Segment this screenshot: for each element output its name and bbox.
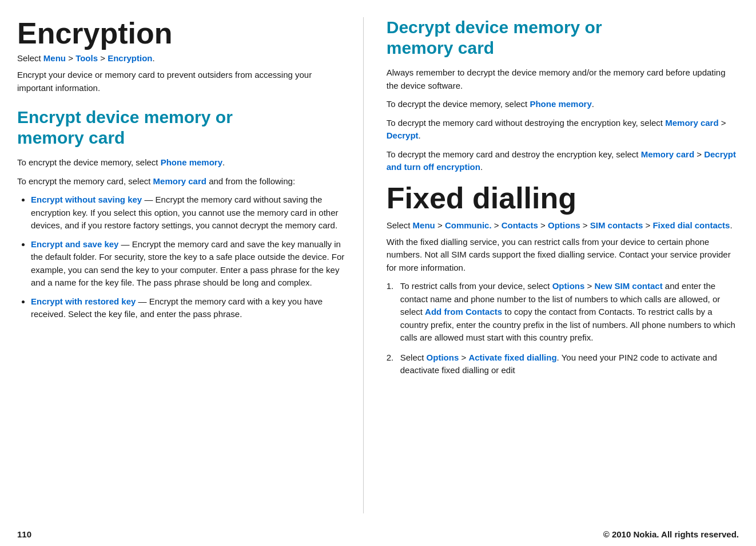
decrypt-para3: To decrypt the memory card without destr… <box>387 117 739 143</box>
decrypt-para4: To decrypt the memory card and destroy t… <box>387 148 739 174</box>
breadcrumb-end: . <box>152 53 154 63</box>
bc2-fixed[interactable]: Fixed dial contacts <box>652 220 730 230</box>
options-link2[interactable]: Options <box>427 353 459 362</box>
para1: To encrypt the device memory, select Pho… <box>17 156 346 169</box>
intro-text: Encrypt your device or memory card to pr… <box>17 69 346 94</box>
new-sim-contact-link[interactable]: New SIM contact <box>594 281 662 291</box>
breadcrumb: Select Menu > Tools > Encryption. <box>17 53 346 63</box>
memory-card-link1[interactable]: Memory card <box>153 176 206 186</box>
fixed-dial-para: With the fixed dialling service, you can… <box>387 236 739 275</box>
steps-list: 1. To restrict calls from your device, s… <box>387 280 739 377</box>
activate-fixed-dialling-link[interactable]: Activate fixed dialling <box>468 353 556 362</box>
encrypt-options-list: Encrypt without saving key — Encrypt the… <box>31 193 346 321</box>
step-1-num: 1. <box>387 280 394 293</box>
breadcrumb2: Select Menu > Communic. > Contacts > Opt… <box>387 220 739 230</box>
list-item-restored-key: Encrypt with restored key — Encrypt the … <box>31 295 346 321</box>
list-item-no-save: Encrypt without saving key — Encrypt the… <box>31 193 346 232</box>
encrypt-restored-key-link[interactable]: Encrypt with restored key <box>31 296 136 306</box>
section2-title: Decrypt device memory ormemory card <box>387 17 739 58</box>
footer-copyright: © 2010 Nokia. All rights reserved. <box>603 529 739 539</box>
bc2-communic[interactable]: Communic. <box>445 220 492 230</box>
footer-page-number: 110 <box>17 529 31 539</box>
page-footer: 110 © 2010 Nokia. All rights reserved. <box>0 525 756 546</box>
memory-card-link2[interactable]: Memory card <box>665 118 718 128</box>
decrypt-link[interactable]: Decrypt <box>387 130 419 140</box>
step-2: 2. Select Options > Activate fixed diall… <box>387 351 739 377</box>
phone-memory-link1[interactable]: Phone memory <box>161 157 222 167</box>
bc2-sim[interactable]: SIM contacts <box>590 220 643 230</box>
breadcrumb-menu[interactable]: Menu <box>43 53 66 63</box>
options-link1[interactable]: Options <box>552 281 585 291</box>
list-item-save-key: Encrypt and save key — Encrypt the memor… <box>31 238 346 290</box>
breadcrumb-encryption[interactable]: Encryption <box>108 53 152 63</box>
bc2-options[interactable]: Options <box>548 220 580 230</box>
bc2-menu[interactable]: Menu <box>413 220 435 230</box>
breadcrumb-sep2: > <box>98 53 108 63</box>
left-column: Encryption Select Menu > Tools > Encrypt… <box>17 17 364 513</box>
step-2-num: 2. <box>387 351 394 365</box>
page-main-title: Encryption <box>17 17 346 50</box>
breadcrumb2-prefix: Select <box>387 220 413 230</box>
section1-title: Encrypt device memory ormemory card <box>17 107 346 148</box>
decrypt-para1: Always remember to decrypt the device me… <box>387 66 739 92</box>
add-from-contacts-link[interactable]: Add from Contacts <box>425 307 502 316</box>
phone-memory-link2[interactable]: Phone memory <box>530 99 591 109</box>
right-column: Decrypt device memory ormemory card Alwa… <box>364 17 739 513</box>
breadcrumb-tools[interactable]: Tools <box>75 53 98 63</box>
encrypt-save-key-link[interactable]: Encrypt and save key <box>31 239 118 249</box>
step-1: 1. To restrict calls from your device, s… <box>387 280 739 345</box>
encrypt-no-save-link[interactable]: Encrypt without saving key <box>31 195 142 204</box>
decrypt-para2: To decrypt the device memory, select Pho… <box>387 98 739 111</box>
breadcrumb-sep1: > <box>66 53 75 63</box>
breadcrumb-prefix: Select <box>17 53 43 63</box>
memory-card-link3[interactable]: Memory card <box>641 149 694 159</box>
bc2-contacts[interactable]: Contacts <box>502 220 538 230</box>
para2: To encrypt the memory card, select Memor… <box>17 175 346 188</box>
section3-title: Fixed dialling <box>387 182 739 215</box>
